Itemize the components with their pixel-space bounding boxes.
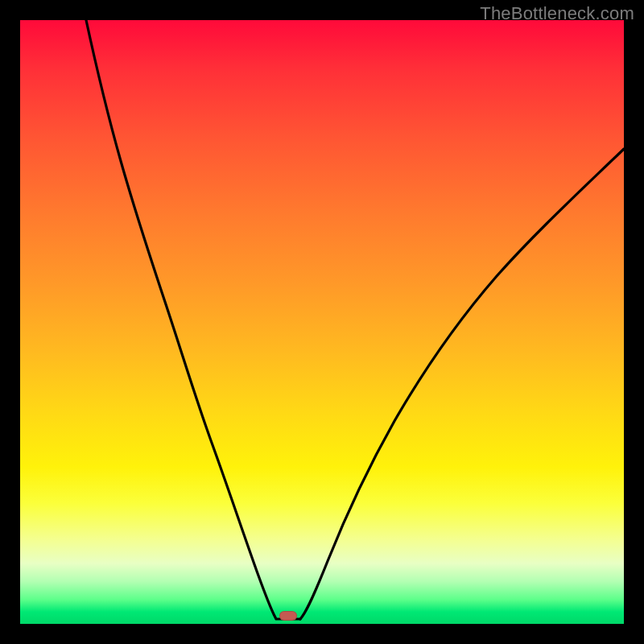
chart-frame: TheBottleneck.com — [0, 0, 644, 644]
curve-left-branch — [86, 20, 300, 619]
optimal-marker — [279, 611, 297, 621]
watermark-text: TheBottleneck.com — [480, 3, 634, 24]
curve-right-branch — [300, 149, 624, 619]
bottleneck-curve — [20, 20, 624, 624]
plot-area — [20, 20, 624, 624]
